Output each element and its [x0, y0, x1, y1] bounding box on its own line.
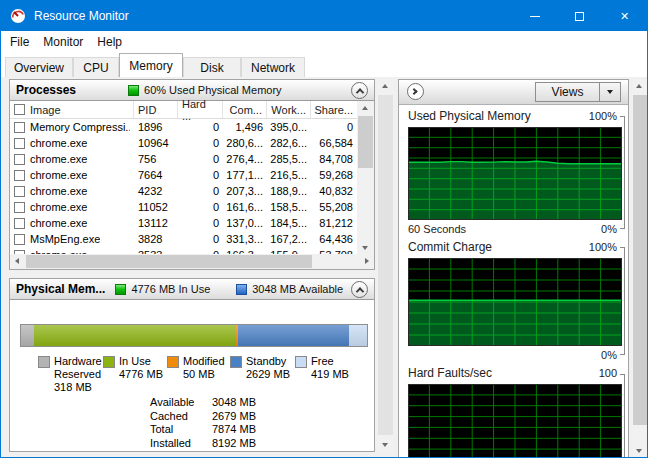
left-region-scrollbar[interactable]	[377, 79, 394, 452]
scrollbar-thumb[interactable]	[358, 116, 373, 168]
processes-vertical-scrollbar[interactable]	[357, 101, 374, 255]
tab-overview[interactable]: Overview	[5, 57, 73, 77]
physical-memory-panel: Physical Mem... 4776 MB In Use 3048 MB A…	[9, 278, 375, 452]
scroll-down-icon[interactable]	[362, 246, 368, 250]
bar-segment	[21, 325, 34, 346]
process-row[interactable]: chrome.exe 11052 0 161,6... 158,5... 55,…	[10, 199, 357, 215]
stat-row: Available 3048 MB	[150, 396, 256, 410]
graph3-max: 100	[599, 367, 617, 379]
processes-table-header[interactable]: Image PID Hard ... Com... Work... Share.…	[10, 101, 357, 119]
scroll-up-icon[interactable]	[362, 106, 368, 110]
column-working-set[interactable]: Work...	[267, 101, 311, 118]
scrollbar-thumb[interactable]	[378, 95, 393, 435]
select-all-checkbox[interactable]	[14, 104, 25, 115]
views-button[interactable]: Views	[535, 82, 621, 102]
title-bar[interactable]: Resource Monitor ✕	[1, 1, 647, 31]
resource-monitor-window: Resource Monitor ✕ File Monitor Help Ove…	[0, 0, 648, 458]
legend-item: Hardware Reserved 318 MB	[38, 355, 104, 394]
tab-network[interactable]: Network	[241, 57, 305, 77]
graph2-max: 100%	[589, 241, 617, 253]
tab-cpu[interactable]: CPU	[73, 57, 119, 77]
process-checkbox[interactable]	[14, 234, 25, 245]
legend-item: Standby 2629 MB	[230, 355, 296, 381]
views-dropdown-button[interactable]	[599, 83, 620, 101]
close-button[interactable]: ✕	[602, 1, 647, 31]
column-pid[interactable]: PID	[134, 101, 178, 118]
bar-segment	[349, 325, 367, 346]
process-checkbox[interactable]	[14, 170, 25, 181]
memory-usage-bar	[20, 324, 368, 347]
available-label: 3048 MB Available	[252, 283, 343, 295]
process-checkbox[interactable]	[14, 186, 25, 197]
column-hard-faults[interactable]: Hard ...	[178, 101, 223, 118]
column-commit[interactable]: Com...	[223, 101, 267, 118]
graph1-xlabel: 60 Seconds	[408, 223, 466, 235]
scroll-right-icon[interactable]	[365, 258, 369, 264]
process-row[interactable]: MsMpEng.exe 3828 0 331,3... 167,2... 64,…	[10, 231, 357, 247]
process-row[interactable]: chrome.exe 756 0 276,4... 285,5... 84,70…	[10, 151, 357, 167]
processes-horizontal-scrollbar[interactable]	[10, 254, 374, 269]
in-use-label: 4776 MB In Use	[131, 283, 210, 295]
graph2-title-row: Commit Charge 100%	[408, 239, 617, 255]
hard-faults-graph	[408, 384, 622, 458]
chevron-right-icon	[411, 88, 418, 95]
graph1-scale-bracket	[620, 116, 625, 229]
graph3-title: Hard Faults/sec	[408, 366, 492, 380]
menu-file[interactable]: File	[3, 31, 36, 53]
memory-stats: Available 3048 MB Cached 2679 MB Total 7…	[150, 396, 256, 450]
legend-item: Free 419 MB	[295, 355, 361, 381]
memory-legend: Hardware Reserved 318 MB In Use 4776 MB …	[10, 355, 374, 401]
process-checkbox[interactable]	[14, 202, 25, 213]
process-row[interactable]: Memory Compressi... 1896 0 1,496 395,0..…	[10, 119, 357, 135]
maximize-icon	[575, 12, 584, 21]
column-image[interactable]: Image	[10, 101, 134, 118]
scroll-up-icon[interactable]	[382, 84, 388, 88]
maximize-button[interactable]	[557, 1, 602, 31]
process-checkbox[interactable]	[14, 218, 25, 229]
physical-memory-collapse-button[interactable]	[351, 281, 368, 298]
tab-strip: Overview CPU Memory Disk Network	[1, 53, 647, 77]
minimize-button[interactable]	[512, 1, 557, 31]
stat-row: Cached 2679 MB	[150, 410, 256, 424]
process-row[interactable]: chrome.exe 7664 0 177,1... 216,5... 59,2…	[10, 167, 357, 183]
process-checkbox[interactable]	[14, 122, 25, 133]
scroll-up-icon[interactable]	[636, 84, 642, 88]
physical-memory-title: Physical Mem...	[16, 282, 105, 296]
graph1-title-row: Used Physical Memory 100%	[408, 108, 617, 124]
tab-disk[interactable]: Disk	[183, 57, 241, 77]
processes-collapse-button[interactable]	[351, 82, 368, 99]
graphs-scrollbar[interactable]	[632, 79, 648, 458]
legend-item: Modified 50 MB	[167, 355, 233, 381]
window-title: Resource Monitor	[34, 9, 129, 23]
process-row[interactable]: chrome.exe 10964 0 280,6... 282,6... 66,…	[10, 135, 357, 151]
dropdown-arrow-icon	[607, 90, 613, 94]
processes-panel: Processes 60% Used Physical Memory Image…	[9, 79, 375, 270]
process-checkbox[interactable]	[14, 138, 25, 149]
stat-row: Installed 8192 MB	[150, 437, 256, 451]
menu-help[interactable]: Help	[90, 31, 129, 53]
used-physical-memory-graph	[408, 127, 622, 220]
process-row[interactable]: chrome.exe 13112 0 137,0... 184,5... 81,…	[10, 215, 357, 231]
menu-monitor[interactable]: Monitor	[36, 31, 90, 53]
menu-bar: File Monitor Help	[1, 31, 647, 53]
chevron-up-icon	[355, 88, 363, 96]
scroll-down-icon[interactable]	[382, 443, 388, 447]
process-checkbox[interactable]	[14, 154, 25, 165]
scroll-left-icon[interactable]	[15, 258, 19, 264]
scrollbar-thumb[interactable]	[633, 95, 647, 425]
graph2-title: Commit Charge	[408, 240, 492, 254]
scrollbar-thumb[interactable]	[26, 255, 312, 268]
expand-panel-button[interactable]	[407, 83, 424, 100]
commit-charge-graph	[408, 258, 622, 346]
processes-status: 60% Used Physical Memory	[144, 84, 282, 96]
legend-item: In Use 4776 MB	[103, 355, 169, 381]
process-row[interactable]: chrome.exe 4232 0 207,3... 188,9... 40,8…	[10, 183, 357, 199]
graphs-panel: Views Used Physical Memory 100% 60 Secon…	[398, 79, 629, 458]
scroll-down-icon[interactable]	[636, 449, 642, 453]
tab-memory[interactable]: Memory	[119, 53, 183, 77]
physical-memory-header[interactable]: Physical Mem... 4776 MB In Use 3048 MB A…	[10, 279, 374, 300]
column-shareable[interactable]: Share...	[311, 101, 357, 118]
resource-monitor-icon	[10, 8, 26, 24]
bar-segment	[238, 325, 349, 346]
legend-swatch-icon	[167, 356, 179, 368]
